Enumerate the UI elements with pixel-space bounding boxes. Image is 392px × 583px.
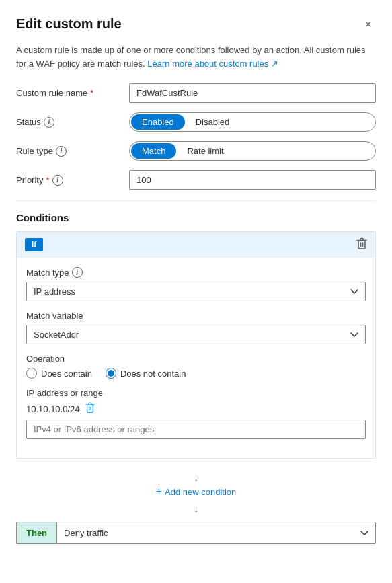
priority-control <box>129 170 376 190</box>
match-type-group: Match type i IP address <box>26 267 366 301</box>
ip-input[interactable] <box>26 420 366 439</box>
then-arrow-icon: ↓ <box>194 503 199 514</box>
does-contain-radio[interactable] <box>26 368 37 379</box>
ip-range-label: IP address or range <box>26 388 366 398</box>
does-contain-text: Does contain <box>41 368 92 379</box>
then-action-select[interactable]: Deny traffic Allow traffic Log Redirect <box>56 522 376 544</box>
custom-rule-name-label: Custom rule name * <box>16 88 124 98</box>
match-type-label: Match type i <box>26 267 366 278</box>
required-marker: * <box>90 88 93 98</box>
priority-label: Priority * i <box>16 175 124 186</box>
status-toggle-group: Enabled Disabled <box>129 112 376 132</box>
rule-type-row: Rule type i Match Rate limit <box>16 141 376 161</box>
status-control: Enabled Disabled <box>129 112 376 132</box>
custom-rule-name-control <box>129 83 376 103</box>
priority-info-icon: i <box>52 175 63 186</box>
rule-type-match-button[interactable]: Match <box>131 143 176 159</box>
priority-input[interactable] <box>129 170 376 190</box>
add-condition-label: Add new condition <box>165 487 236 497</box>
status-info-icon: i <box>44 117 54 128</box>
custom-rule-name-input[interactable] <box>129 83 376 103</box>
match-variable-select[interactable]: SocketAddr <box>26 325 366 344</box>
rule-type-toggle-group: Match Rate limit <box>129 141 376 161</box>
match-variable-label: Match variable <box>26 311 366 321</box>
status-row: Status i Enabled Disabled <box>16 112 376 132</box>
does-not-contain-label[interactable]: Does not contain <box>106 368 186 379</box>
ip-value: 10.10.10.0/24 <box>26 404 80 414</box>
rule-type-control: Match Rate limit <box>129 141 376 161</box>
arrow-to-then: ↓ <box>16 503 376 515</box>
close-button[interactable]: × <box>360 16 376 33</box>
rule-type-rate-limit-button[interactable]: Rate limit <box>176 143 234 159</box>
if-badge: If <box>25 238 43 251</box>
condition-block: If Match type i IP address <box>16 231 376 459</box>
status-enabled-button[interactable]: Enabled <box>131 114 185 130</box>
does-not-contain-text: Does not contain <box>120 368 186 379</box>
add-condition-area: ↓ + Add new condition <box>16 467 376 500</box>
condition-header: If <box>17 232 375 258</box>
operation-radio-group: Does contain Does not contain <box>26 368 366 379</box>
does-contain-label[interactable]: Does contain <box>26 368 92 379</box>
arrow-down-icon: ↓ <box>16 472 376 484</box>
match-variable-group: Match variable SocketAddr <box>26 311 366 344</box>
conditions-section-title: Conditions <box>16 212 376 223</box>
match-type-info-icon: i <box>72 267 83 278</box>
ip-range-group: IP address or range 10.10.10.0/24 <box>26 388 366 439</box>
learn-more-link[interactable]: Learn more about custom rules ↗ <box>147 59 278 69</box>
condition-body: Match type i IP address Match variable S… <box>17 258 375 458</box>
does-not-contain-radio[interactable] <box>106 368 116 379</box>
priority-row: Priority * i <box>16 170 376 190</box>
match-type-select[interactable]: IP address <box>26 282 366 301</box>
divider <box>16 200 376 201</box>
add-icon: + <box>156 485 162 498</box>
condition-delete-icon[interactable] <box>356 237 367 252</box>
operation-group: Operation Does contain Does not contain <box>26 354 366 379</box>
panel-title: Edit custom rule <box>16 16 122 32</box>
custom-rule-name-row: Custom rule name * <box>16 83 376 103</box>
edit-custom-rule-panel: Edit custom rule × A custom rule is made… <box>0 0 392 560</box>
priority-required-marker: * <box>46 175 49 185</box>
external-link-icon: ↗ <box>271 59 278 69</box>
rule-type-info-icon: i <box>56 146 67 157</box>
status-label: Status i <box>16 117 124 128</box>
add-condition-button[interactable]: + Add new condition <box>156 485 237 498</box>
panel-description: A custom rule is made up of one or more … <box>16 44 376 70</box>
then-row: Then Deny traffic Allow traffic Log Redi… <box>16 522 376 544</box>
then-badge: Then <box>16 522 56 544</box>
operation-label: Operation <box>26 354 366 364</box>
status-disabled-button[interactable]: Disabled <box>185 114 241 130</box>
panel-header: Edit custom rule × <box>16 16 376 33</box>
rule-type-label: Rule type i <box>16 146 124 157</box>
ip-list-item: 10.10.10.0/24 <box>26 402 366 416</box>
ip-delete-icon[interactable] <box>85 402 95 416</box>
